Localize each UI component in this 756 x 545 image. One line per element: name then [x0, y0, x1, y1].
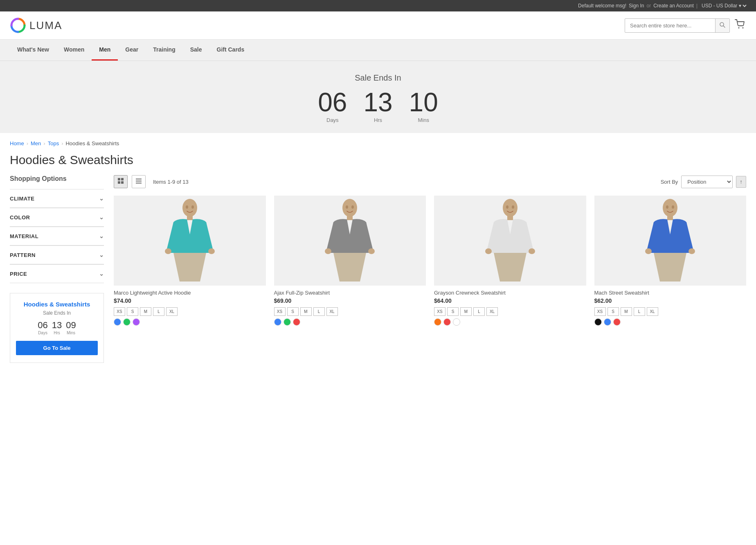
search-input[interactable]	[625, 19, 715, 32]
sale-widget-subtitle: Sale Ends In	[16, 310, 98, 316]
size-button[interactable]: M	[621, 307, 632, 316]
product-price: $74.00	[114, 297, 266, 304]
size-button[interactable]: M	[140, 307, 151, 316]
filter-color-label: COLOR	[10, 214, 30, 221]
product-figure-svg	[641, 196, 699, 286]
svg-point-29	[512, 205, 514, 209]
color-swatch[interactable]	[434, 318, 441, 326]
color-swatch[interactable]	[443, 318, 451, 326]
size-button[interactable]: XL	[486, 307, 498, 316]
main-nav: What's New Women Men Gear Training Sale …	[0, 40, 756, 61]
sort-select[interactable]: Position Product Name Price	[681, 176, 733, 188]
size-options: XSSMLXL	[114, 307, 266, 316]
nav-link-training[interactable]: Training	[146, 40, 182, 61]
nav-item-gift-cards[interactable]: Gift Cards	[209, 40, 252, 61]
size-button[interactable]: S	[287, 307, 299, 316]
currency-select[interactable]: USD - US Dollar ▾	[700, 2, 748, 9]
nav-item-gear[interactable]: Gear	[118, 40, 146, 61]
filter-climate-label: CLIMATE	[10, 196, 34, 202]
breadcrumb-tops[interactable]: Tops	[48, 140, 59, 146]
logo-area[interactable]: LUMA	[10, 17, 62, 34]
color-swatch[interactable]	[123, 318, 130, 326]
filter-climate-header[interactable]: CLIMATE ⌄	[10, 189, 104, 208]
color-swatches	[274, 318, 426, 326]
size-button[interactable]: XS	[594, 307, 606, 316]
nav-item-men[interactable]: Men	[92, 40, 118, 61]
filter-price-header[interactable]: PRICE ⌄	[10, 265, 104, 283]
sale-banner-title: Sale Ends In	[8, 73, 748, 83]
size-button[interactable]: L	[153, 307, 164, 316]
nav-link-gear[interactable]: Gear	[118, 40, 146, 61]
nav-item-women[interactable]: Women	[56, 40, 92, 61]
filter-material-header[interactable]: MATERIAL ⌄	[10, 227, 104, 245]
nav-item-training[interactable]: Training	[146, 40, 182, 61]
product-card[interactable]: Mach Street Sweatshirt $62.00 XSSMLXL	[594, 196, 747, 326]
color-swatches	[434, 318, 586, 326]
top-bar: Default welcome msg! Sign In or Create a…	[0, 0, 756, 11]
color-swatch[interactable]	[604, 318, 611, 326]
sort-direction-button[interactable]: ↑	[736, 176, 746, 188]
size-button[interactable]: XL	[326, 307, 338, 316]
size-button[interactable]: S	[608, 307, 619, 316]
sw-hrs-number: 13	[52, 320, 62, 331]
nav-item-sale[interactable]: Sale	[183, 40, 209, 61]
grid-view-button[interactable]	[114, 175, 128, 188]
size-button[interactable]: XL	[647, 307, 658, 316]
filter-pattern-header[interactable]: PATTERN ⌄	[10, 246, 104, 264]
list-view-button[interactable]	[132, 175, 146, 188]
color-swatch[interactable]	[114, 318, 121, 326]
create-account-link[interactable]: Create an Account	[653, 3, 694, 9]
size-button[interactable]: M	[300, 307, 312, 316]
search-button[interactable]	[715, 19, 729, 32]
nav-link-women[interactable]: Women	[56, 40, 92, 61]
size-button[interactable]: S	[447, 307, 459, 316]
svg-point-16	[186, 205, 188, 209]
nav-item-whats-new[interactable]: What's New	[10, 40, 56, 61]
size-button[interactable]: L	[473, 307, 485, 316]
nav-link-sale[interactable]: Sale	[183, 40, 209, 61]
size-button[interactable]: L	[313, 307, 325, 316]
product-card[interactable]: Marco Lightweight Active Hoodie $74.00 X…	[114, 196, 266, 326]
size-button[interactable]: L	[634, 307, 645, 316]
color-swatch[interactable]	[284, 318, 291, 326]
color-swatch[interactable]	[133, 318, 140, 326]
nav-link-gift-cards[interactable]: Gift Cards	[209, 40, 252, 61]
color-swatch[interactable]	[613, 318, 621, 326]
svg-point-21	[368, 248, 375, 254]
color-swatch[interactable]	[274, 318, 281, 326]
nav-link-men[interactable]: Men	[92, 40, 118, 61]
svg-point-22	[346, 205, 348, 209]
svg-rect-5	[118, 178, 120, 180]
size-button[interactable]: XL	[166, 307, 178, 316]
breadcrumb-home[interactable]: Home	[10, 140, 24, 146]
color-swatch[interactable]	[293, 318, 300, 326]
svg-point-30	[663, 199, 677, 217]
svg-rect-10	[136, 180, 142, 182]
signin-link[interactable]: Sign In	[629, 3, 644, 9]
svg-rect-9	[136, 178, 142, 180]
filter-color-header[interactable]: COLOR ⌄	[10, 208, 104, 227]
color-swatch[interactable]	[594, 318, 602, 326]
product-card[interactable]: Ajax Full-Zip Sweatshirt $69.00 XSSMLXL	[274, 196, 426, 326]
product-name: Marco Lightweight Active Hoodie	[114, 290, 266, 296]
product-image-wrap	[114, 196, 266, 286]
breadcrumb-men[interactable]: Men	[31, 140, 41, 146]
size-button[interactable]: XS	[434, 307, 446, 316]
filter-climate-chevron: ⌄	[99, 195, 104, 202]
sw-days: 06 Days	[38, 320, 47, 335]
product-name: Grayson Crewneck Sweatshirt	[434, 290, 586, 296]
nav-link-whats-new[interactable]: What's New	[10, 40, 56, 61]
svg-point-32	[645, 248, 652, 254]
currency-separator: |	[696, 3, 698, 9]
size-button[interactable]: XS	[114, 307, 125, 316]
cart-button[interactable]	[735, 19, 746, 32]
color-swatch[interactable]	[453, 318, 460, 326]
svg-point-14	[165, 248, 171, 254]
size-button[interactable]: XS	[274, 307, 286, 316]
size-button[interactable]: S	[127, 307, 138, 316]
size-button[interactable]: M	[460, 307, 472, 316]
go-to-sale-button[interactable]: Go To Sale	[16, 341, 98, 355]
filter-pattern-label: PATTERN	[10, 252, 36, 258]
product-card[interactable]: Grayson Crewneck Sweatshirt $64.00 XSSML…	[434, 196, 586, 326]
svg-point-28	[506, 205, 509, 209]
